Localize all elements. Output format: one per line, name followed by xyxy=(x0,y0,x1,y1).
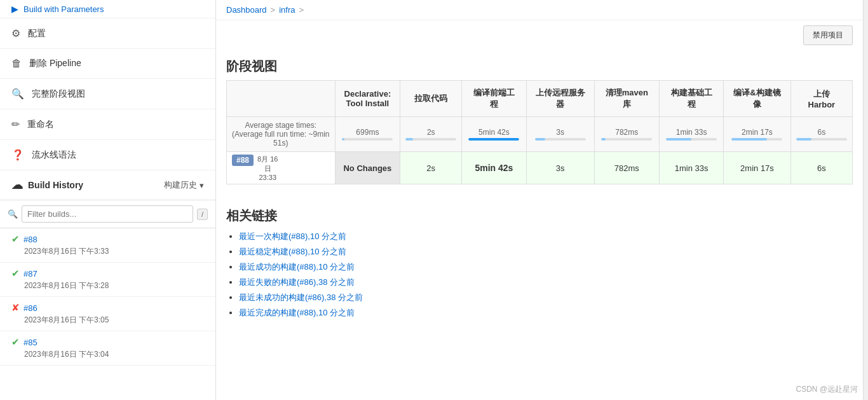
config-label: 配置 xyxy=(28,28,46,39)
related-links-section: 相关链接 最近一次构建(#88),10 分之前 最近稳定构建(#88),10 分… xyxy=(216,195,863,333)
build-with-params-label: Build with Parameters xyxy=(24,4,104,14)
progress-bar-4 xyxy=(601,138,652,141)
related-link-1[interactable]: 最近一次构建(#88),10 分之前 xyxy=(239,231,346,241)
no-changes-text: No Changes xyxy=(343,163,391,173)
build-date-line2: 日 xyxy=(257,164,278,174)
scrollbar-strip[interactable] xyxy=(863,0,868,400)
sidebar-item-pipeline-syntax[interactable]: ❓ 流水线语法 xyxy=(0,140,215,170)
filter-input[interactable] xyxy=(22,205,193,223)
build-history-right: 构建历史 ▾ xyxy=(164,179,204,191)
avg-time-4: 782ms xyxy=(594,117,659,152)
progress-bar-1 xyxy=(405,138,456,141)
build-88-link[interactable]: ✔ #88 xyxy=(11,233,204,245)
sidebar-item-rename[interactable]: ✏ 重命名 xyxy=(0,109,215,140)
build-history-label: Build History xyxy=(28,180,83,190)
slash-shortcut: / xyxy=(197,209,208,220)
breadcrumb-sep-2: > xyxy=(299,5,304,15)
list-item: ✔ #87 2023年8月16日 下午3:28 xyxy=(0,263,215,297)
rename-label: 重命名 xyxy=(27,119,54,130)
build-date-line3: 23:33 xyxy=(257,174,278,181)
build-time-7: 6s xyxy=(790,152,852,184)
related-link-5[interactable]: 最近未成功的构建(#86),38 分之前 xyxy=(239,293,363,302)
status-ok-icon: ✔ xyxy=(11,336,20,348)
breadcrumb-sep-1: > xyxy=(271,5,276,15)
progress-bar-7 xyxy=(796,138,847,141)
build-85-date: 2023年8月16日 下午3:04 xyxy=(11,349,204,360)
list-item: ✘ #86 2023年8月16日 下午3:05 xyxy=(0,297,215,331)
delete-icon: 🗑 xyxy=(11,58,22,69)
stage-header-1: 拉取代码 xyxy=(400,81,462,117)
breadcrumb: Dashboard > infra > xyxy=(216,0,863,20)
build-time-1: 2s xyxy=(400,152,462,184)
sidebar-item-full-stage[interactable]: 🔍 完整阶段视图 xyxy=(0,79,215,109)
avg-time-5: 1min 33s xyxy=(659,117,723,152)
progress-bar-3 xyxy=(535,138,586,141)
breadcrumb-dashboard[interactable]: Dashboard xyxy=(226,5,267,15)
progress-bar-0 xyxy=(342,138,393,141)
stage-view-title: 阶段视图 xyxy=(216,50,863,80)
build-row-label-cell: #88 8月 16 日 23:33 xyxy=(227,152,336,184)
rename-icon: ✏ xyxy=(11,118,20,130)
stage-header-3: 上传远程服务器 xyxy=(526,81,594,117)
progress-bar-2 xyxy=(468,138,519,141)
build-85-num: #85 xyxy=(24,338,37,347)
list-item: ✔ #85 2023年8月16日 下午3:04 xyxy=(0,331,215,366)
avg-time-3: 3s xyxy=(526,117,594,152)
build-time-5: 1min 33s xyxy=(659,152,723,184)
top-action-bar: 禁用项目 xyxy=(216,20,863,50)
stage-table: Declarative:Tool Install 拉取代码 编译前端工程 上传远… xyxy=(226,80,853,184)
status-fail-icon: ✘ xyxy=(11,302,20,314)
build-params-icon: ▶ xyxy=(11,4,18,14)
build-86-date: 2023年8月16日 下午3:05 xyxy=(11,315,204,326)
progress-bar-6 xyxy=(731,138,782,141)
build-date-line1: 8月 16 xyxy=(257,155,278,164)
related-link-6[interactable]: 最近完成的构建(#88),10 分之前 xyxy=(239,308,355,317)
build-86-link[interactable]: ✘ #86 xyxy=(11,302,204,314)
build-88-num: #88 xyxy=(24,235,37,244)
avg-time-0: 699ms xyxy=(335,117,400,152)
build-85-link[interactable]: ✔ #85 xyxy=(11,336,204,348)
avg-label-text-2: (Average full run time: ~9min xyxy=(232,130,330,139)
sidebar: ▶ Build with Parameters ⚙ 配置 🗑 删除 Pipeli… xyxy=(0,0,216,400)
filter-bar: 🔍 / xyxy=(0,200,215,228)
stage-header-4: 清理maven库 xyxy=(594,81,659,117)
build-time-3: 3s xyxy=(526,152,594,184)
disable-project-button[interactable]: 禁用项目 xyxy=(803,25,853,45)
build-date-lines: 8月 16 日 23:33 xyxy=(257,155,278,181)
stage-header-5: 构建基础工程 xyxy=(659,81,723,117)
filter-search-icon: 🔍 xyxy=(8,209,18,219)
build-87-link[interactable]: ✔ #87 xyxy=(11,268,204,279)
sidebar-item-config[interactable]: ⚙ 配置 xyxy=(0,18,215,49)
build-history-header[interactable]: ☁ Build History 构建历史 ▾ xyxy=(0,170,215,200)
no-changes-cell: No Changes xyxy=(335,152,400,184)
status-ok-icon: ✔ xyxy=(11,268,20,279)
build-with-params-item[interactable]: ▶ Build with Parameters xyxy=(0,0,215,18)
build-list: ✔ #88 2023年8月16日 下午3:33 ✔ #87 2023年8月16日… xyxy=(0,228,215,400)
list-item: 最近失败的构建(#86),38 分之前 xyxy=(239,277,853,288)
status-ok-icon: ✔ xyxy=(11,233,20,245)
stage-view-wrapper: Declarative:Tool Install 拉取代码 编译前端工程 上传远… xyxy=(216,80,863,195)
build-time-2: 5min 42s xyxy=(462,152,526,184)
sidebar-item-delete[interactable]: 🗑 删除 Pipeline xyxy=(0,49,215,79)
avg-header-label-cell xyxy=(227,81,336,117)
related-link-4[interactable]: 最近失败的构建(#86),38 分之前 xyxy=(239,277,355,287)
list-item: 最近完成的构建(#88),10 分之前 xyxy=(239,307,853,319)
avg-time-1: 2s xyxy=(400,117,462,152)
related-link-2[interactable]: 最近稳定构建(#88),10 分之前 xyxy=(239,247,346,256)
build-time-4: 782ms xyxy=(594,152,659,184)
avg-label-cell: Average stage times: (Average full run t… xyxy=(227,117,336,152)
watermark: CSDN @远赴星河 xyxy=(796,384,858,395)
cloud-icon: ☁ xyxy=(11,178,23,192)
delete-label: 删除 Pipeline xyxy=(29,58,81,69)
related-links-title: 相关链接 xyxy=(226,200,853,231)
help-icon: ❓ xyxy=(11,149,24,161)
build-time-6: 2min 17s xyxy=(724,152,790,184)
stage-header-2: 编译前端工程 xyxy=(462,81,526,117)
avg-time-2: 5min 42s xyxy=(462,117,526,152)
avg-time-row: Average stage times: (Average full run t… xyxy=(227,117,853,152)
progress-bar-5 xyxy=(666,138,717,141)
breadcrumb-infra[interactable]: infra xyxy=(279,5,295,15)
avg-time-7: 6s xyxy=(790,117,852,152)
chevron-down-icon: ▾ xyxy=(200,181,204,190)
related-link-3[interactable]: 最近成功的构建(#88),10 分之前 xyxy=(239,262,355,272)
